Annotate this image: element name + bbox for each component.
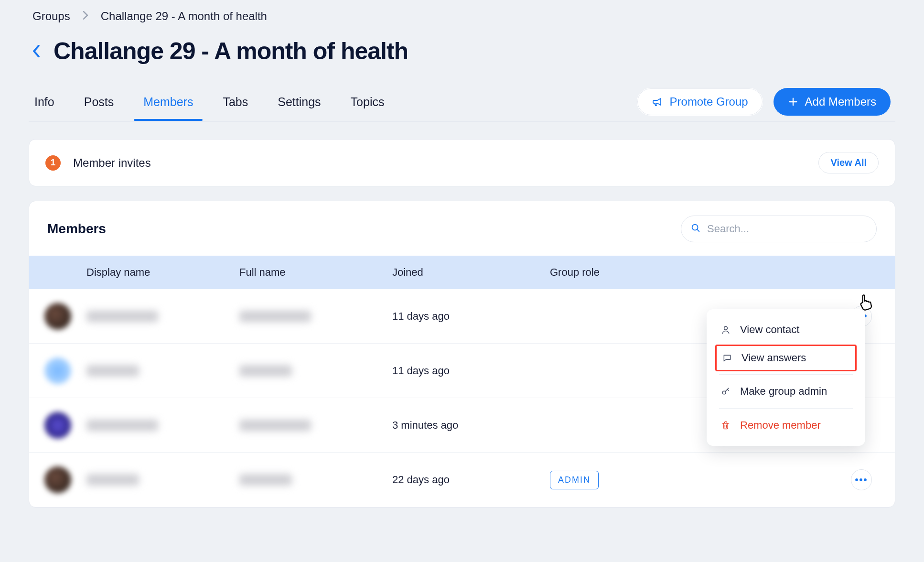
joined-cell: 22 days ago xyxy=(392,474,550,486)
members-card: Members Display name Full name Joined Gr… xyxy=(29,201,895,508)
invites-label: Member invites xyxy=(73,156,818,170)
role-cell: ADMIN xyxy=(550,471,708,489)
display-name-redacted xyxy=(86,474,139,486)
role-badge-admin: ADMIN xyxy=(550,471,599,489)
dropdown-divider xyxy=(719,408,853,409)
display-name-redacted xyxy=(86,420,158,431)
col-group-role: Group role xyxy=(550,266,708,279)
avatar xyxy=(44,412,71,439)
dropdown-view-contact[interactable]: View contact xyxy=(707,316,865,344)
display-name-redacted xyxy=(86,365,139,377)
col-joined: Joined xyxy=(392,266,550,279)
col-display-name: Display name xyxy=(86,266,239,279)
dropdown-make-admin[interactable]: Make group admin xyxy=(707,378,865,405)
full-name-redacted xyxy=(239,311,311,322)
add-members-label: Add Members xyxy=(805,95,876,108)
breadcrumb-current[interactable]: Challange 29 - A month of health xyxy=(101,10,267,23)
dropdown-view-answers[interactable]: View answers xyxy=(715,345,857,371)
joined-cell: 3 minutes ago xyxy=(392,419,550,432)
tab-posts[interactable]: Posts xyxy=(83,89,115,120)
breadcrumb-root[interactable]: Groups xyxy=(32,10,70,23)
breadcrumb: Groups Challange 29 - A month of health xyxy=(29,10,895,23)
dropdown-view-answers-label: View answers xyxy=(741,352,806,364)
user-icon xyxy=(720,325,731,335)
tab-info[interactable]: Info xyxy=(33,89,55,120)
members-search-input[interactable] xyxy=(681,216,877,242)
tabs: Info Posts Members Tabs Settings Topics xyxy=(33,89,637,120)
members-table-header: Display name Full name Joined Group role xyxy=(29,256,895,289)
megaphone-icon xyxy=(652,96,663,108)
svg-point-1 xyxy=(724,326,728,330)
more-horizontal-icon: ••• xyxy=(855,475,868,486)
back-icon[interactable] xyxy=(32,45,40,57)
promote-group-button[interactable]: Promote Group xyxy=(637,88,763,116)
dropdown-divider xyxy=(719,374,853,375)
member-invites-card: 1 Member invites View All xyxy=(29,139,895,186)
search-icon xyxy=(690,223,701,235)
tab-topics[interactable]: Topics xyxy=(350,89,386,120)
invites-count-badge: 1 xyxy=(45,155,61,171)
dropdown-remove-member-label: Remove member xyxy=(740,419,821,432)
dropdown-remove-member[interactable]: Remove member xyxy=(707,411,865,439)
tab-settings[interactable]: Settings xyxy=(277,89,322,120)
full-name-redacted xyxy=(239,474,292,486)
avatar xyxy=(44,303,71,330)
view-all-invites-button[interactable]: View All xyxy=(818,152,879,173)
plus-icon xyxy=(788,97,798,107)
tab-tabs[interactable]: Tabs xyxy=(222,89,249,120)
avatar xyxy=(44,466,71,493)
dropdown-make-admin-label: Make group admin xyxy=(740,385,827,398)
members-title: Members xyxy=(47,221,681,237)
dropdown-view-contact-label: View contact xyxy=(740,324,799,336)
row-more-button[interactable]: ••• xyxy=(851,469,872,490)
table-row: 22 days ago ADMIN ••• xyxy=(29,453,895,507)
key-icon xyxy=(720,387,731,396)
full-name-redacted xyxy=(239,420,311,431)
chat-icon xyxy=(721,353,733,363)
col-full-name: Full name xyxy=(239,266,392,279)
joined-cell: 11 days ago xyxy=(392,310,550,323)
avatar xyxy=(44,357,71,384)
add-members-button[interactable]: Add Members xyxy=(774,88,891,116)
trash-icon xyxy=(720,421,731,430)
chevron-right-icon xyxy=(83,10,88,22)
row-actions-dropdown: View contact View answers Make group adm… xyxy=(707,309,865,446)
tab-members[interactable]: Members xyxy=(142,89,194,120)
promote-group-label: Promote Group xyxy=(670,95,748,108)
display-name-redacted xyxy=(86,311,158,322)
full-name-redacted xyxy=(239,365,292,377)
page-title: Challange 29 - A month of health xyxy=(54,37,408,65)
joined-cell: 11 days ago xyxy=(392,365,550,377)
